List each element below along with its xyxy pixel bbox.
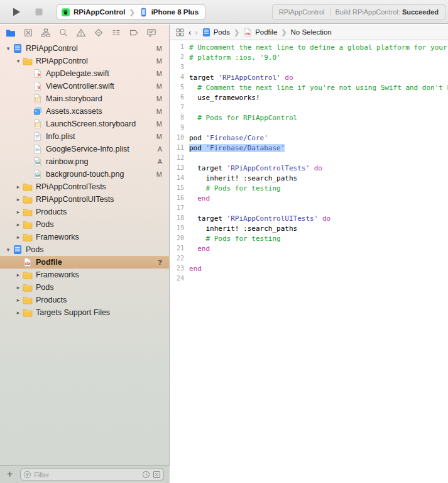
run-button[interactable] (10, 6, 23, 18)
code-editor[interactable]: 1# Uncomment the next line to define a g… (170, 41, 448, 483)
file-icon-wrap (23, 295, 33, 305)
code-token: pod (189, 144, 206, 152)
project-navigator-icon (6, 28, 16, 38)
tab-breakpoint-navigator[interactable] (129, 28, 139, 38)
code-token: 'Firebase/Database' (206, 144, 285, 152)
tree-row[interactable]: ▾RPiAppControlM (0, 42, 170, 55)
tree-row[interactable]: LaunchScreen.storyboardM (0, 118, 170, 130)
code-text: end (189, 194, 210, 204)
tree-row[interactable]: ▸RPiAppControlUITests (0, 193, 170, 206)
tab-issue-navigator[interactable] (76, 28, 86, 38)
filter-input[interactable]: Filter (20, 469, 164, 480)
folder-icon (23, 295, 33, 305)
disclosure-triangle[interactable]: ▸ (14, 284, 23, 291)
tree-row[interactable]: ▸RPiAppControlTests (0, 180, 170, 193)
recents-clock-icon[interactable] (142, 470, 150, 479)
disclosure-triangle[interactable]: ▾ (4, 45, 13, 52)
source-control-navigator-icon (23, 28, 33, 38)
disclosure-triangle[interactable]: ▸ (14, 221, 23, 228)
breadcrumb-item[interactable]: Pods (202, 28, 230, 37)
tab-find-navigator[interactable] (58, 28, 68, 38)
disclosure-triangle[interactable]: ▸ (14, 297, 23, 303)
tree-row[interactable]: ▸Products (0, 294, 170, 306)
folder-icon (23, 182, 33, 192)
disclosure-triangle[interactable]: ▾ (4, 247, 13, 253)
line-number: 15 (170, 184, 189, 194)
file-icon-wrap (13, 43, 23, 53)
file-icon-wrap (23, 207, 33, 217)
line-number: 17 (170, 204, 189, 214)
code-text: pod 'Firebase/Database' (189, 144, 285, 154)
tree-row[interactable]: GoogleService-Info.plistA (0, 143, 170, 155)
stop-button[interactable] (33, 6, 45, 18)
tab-source-control-navigator[interactable] (23, 28, 33, 38)
scheme-selector[interactable]: RPiAppControl ❯ iPhone 8 Plus (57, 4, 205, 19)
code-token: inherit! :search_paths (189, 174, 297, 182)
tree-row[interactable]: ▸Targets Support Files (0, 306, 170, 319)
tree-row[interactable]: ▸Frameworks (0, 269, 170, 281)
status-divider (330, 8, 331, 16)
code-token (189, 245, 197, 253)
code-line: 21 end (170, 245, 448, 255)
disclosure-triangle[interactable]: ▸ (14, 209, 23, 215)
breadcrumb-label: No Selection (291, 28, 332, 36)
code-line: 22 (170, 255, 448, 265)
line-number: 19 (170, 225, 189, 235)
breadcrumb-item[interactable]: No Selection (291, 28, 332, 36)
file-icon-wrap (23, 182, 33, 192)
tree-row[interactable]: ▸Pods (0, 281, 170, 294)
disclosure-triangle[interactable]: ▸ (14, 196, 23, 203)
code-text: # Uncomment the next line to define a gl… (189, 43, 448, 53)
tab-project-navigator[interactable] (6, 28, 16, 38)
disclosure-triangle[interactable]: ▸ (14, 309, 23, 316)
tree-item-label: Frameworks (36, 233, 79, 242)
file-icon-wrap: rb (23, 257, 33, 267)
tab-symbol-navigator[interactable] (41, 28, 51, 38)
back-button[interactable]: ‹ (188, 28, 191, 37)
tree-row[interactable]: Info.plistM (0, 130, 170, 143)
file-icon-wrap (33, 157, 43, 167)
disclosure-triangle[interactable]: ▾ (14, 58, 23, 64)
source-control-badge: M (156, 108, 162, 115)
xcode-window: RPiAppControl ❯ iPhone 8 Plus RPiAppCont… (0, 0, 448, 483)
storyboard-icon (33, 94, 43, 104)
tree-row[interactable]: ▸Pods (0, 218, 170, 231)
disclosure-triangle[interactable]: ▸ (14, 184, 23, 190)
disclosure-triangle[interactable]: ▸ (14, 272, 23, 278)
tree-row[interactable]: background-touch.pngM (0, 168, 170, 180)
tree-row[interactable]: ▾RPiAppControlM (0, 55, 170, 67)
tree-row[interactable]: ▾Pods (0, 243, 170, 256)
tree-row[interactable]: Assets.xcassetsM (0, 105, 170, 118)
tree-row[interactable]: Main.storyboardM (0, 92, 170, 105)
tree-row[interactable]: rainbow.pngA (0, 155, 170, 168)
code-line: 16 end (170, 194, 448, 204)
tree-row[interactable]: ViewController.swiftM (0, 80, 170, 92)
tab-test-navigator[interactable] (94, 28, 104, 38)
line-number: 7 (170, 104, 189, 114)
code-line: 2# platform :ios, '9.0' (170, 53, 448, 64)
filter-icon (23, 470, 31, 479)
tree-item-label: Pods (36, 283, 54, 292)
tree-row[interactable]: AppDelegate.swiftM (0, 67, 170, 80)
code-line: 14 inherit! :search_paths (170, 174, 448, 184)
related-items-icon[interactable] (175, 28, 185, 37)
file-icon-wrap (33, 131, 43, 142)
code-line: 3 (170, 64, 448, 74)
tree-row[interactable]: ▸Frameworks (0, 231, 170, 243)
tab-report-navigator[interactable] (146, 28, 156, 38)
breadcrumb-item[interactable]: rbPodfile (243, 28, 277, 37)
source-control-status-icon[interactable] (153, 470, 161, 479)
line-number: 10 (170, 134, 189, 144)
tree-row[interactable]: rbPodfile? (0, 256, 170, 269)
disclosure-triangle[interactable]: ▸ (14, 234, 23, 240)
file-icon-wrap (13, 245, 23, 255)
code-token: end (197, 194, 210, 203)
code-token: target (189, 214, 227, 223)
code-token: do (314, 164, 322, 172)
tree-row[interactable]: ▸Products (0, 206, 170, 218)
code-text: end (189, 265, 202, 275)
add-button[interactable]: + (7, 469, 13, 480)
tab-debug-navigator[interactable] (111, 28, 121, 38)
filter-placeholder: Filter (34, 471, 139, 479)
forward-button[interactable]: › (195, 28, 197, 37)
